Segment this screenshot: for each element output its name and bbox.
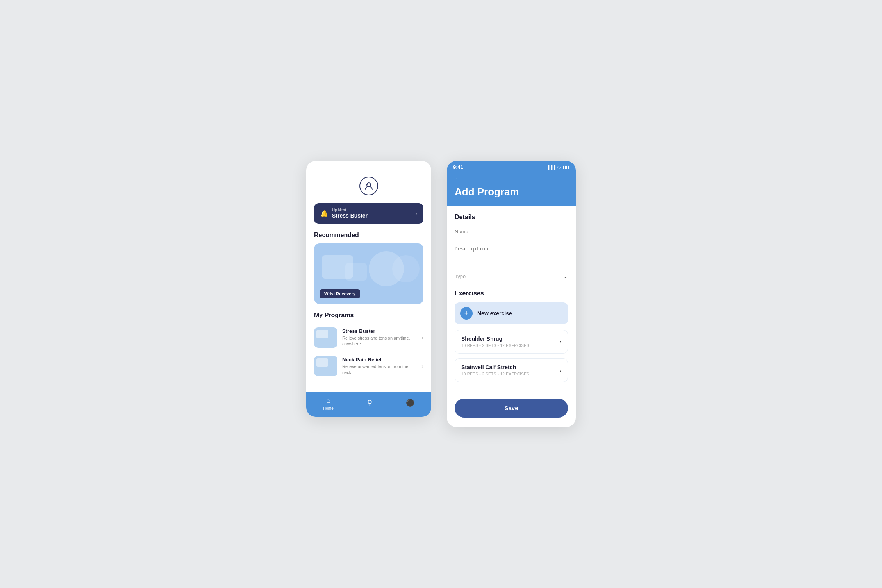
type-select-row[interactable]: Type ⌄ [455,271,568,282]
avatar [359,177,378,195]
new-exercise-button[interactable]: + New exercise [455,302,568,324]
right-phone: 9:41 ▐▐▐ ∿ ▮▮▮ ← Add Program Details Typ [447,161,576,427]
bell-icon: 🔔 [320,210,328,217]
plus-icon: + [460,307,473,320]
prog-thumb-inner-0 [316,330,328,338]
home-icon: ⌂ [326,397,330,405]
up-next-title: Stress Buster [332,213,368,219]
exercises-section-title: Exercises [455,290,568,297]
avatar-area [314,170,423,203]
program-desc-0: Relieve stress and tension anytime, anyw… [342,335,417,347]
wrist-recovery-label: Wrist Recovery [320,289,360,298]
status-icons: ▐▐▐ ∿ ▮▮▮ [546,164,570,170]
up-next-chevron-icon: › [415,210,417,217]
wifi-icon: ∿ [557,164,561,170]
program-name-1: Neck Pain Relief [342,357,417,363]
back-button[interactable]: ← [455,175,462,183]
page-title: Add Program [455,186,568,198]
name-field[interactable] [455,226,568,237]
nav-item-home[interactable]: ⌂ Home [323,397,334,411]
program-item-1[interactable]: Neck Pain Relief Relieve unwanted tensio… [314,352,423,380]
rec-card-circle2 [392,255,420,282]
description-field[interactable] [455,243,568,265]
rec-card-rect2 [345,263,367,281]
new-exercise-label: New exercise [477,310,512,316]
left-phone-content: 🔔 Up Next Stress Buster › Recommended Wr… [306,161,431,388]
search-icon: ⚲ [367,399,372,407]
recommended-card[interactable]: Wrist Recovery [314,243,423,304]
recommended-section-title: Recommended [314,232,423,239]
signal-icon: ▐▐▐ [546,165,555,170]
description-input[interactable] [455,243,568,263]
program-info-1: Neck Pain Relief Relieve unwanted tensio… [342,357,417,376]
my-programs-section: My Programs Stress Buster Relieve stress… [314,312,423,380]
exercise-meta-0: 10 REPS • 2 SETS • 12 EXERCISES [461,343,529,348]
details-section-title: Details [455,214,568,221]
screens-container: 🔔 Up Next Stress Buster › Recommended Wr… [306,161,576,427]
exercise-chevron-0: › [559,339,561,345]
exercise-card-0[interactable]: Shoulder Shrug 10 REPS • 2 SETS • 12 EXE… [455,330,568,354]
up-next-banner[interactable]: 🔔 Up Next Stress Buster › [314,203,423,224]
exercise-chevron-1: › [559,367,561,374]
program-name-0: Stress Buster [342,328,417,334]
save-button[interactable]: Save [455,399,568,418]
type-label: Type [455,273,466,279]
svg-point-1 [367,184,368,185]
program-chevron-1: › [421,363,423,369]
status-bar: 9:41 ▐▐▐ ∿ ▮▮▮ [447,161,576,172]
exercise-name-1: Stairwell Calf Stretch [461,364,529,370]
program-info-0: Stress Buster Relieve stress and tension… [342,328,417,347]
program-chevron-0: › [421,334,423,341]
profile-icon: ⚫ [406,399,414,407]
program-thumb-0 [314,327,337,348]
program-thumb-1 [314,356,337,376]
exercise-info-1: Stairwell Calf Stretch 10 REPS • 2 SETS … [461,364,529,376]
program-desc-1: Relieve unwanted tension from the neck. [342,364,417,376]
program-item-0[interactable]: Stress Buster Relieve stress and tension… [314,323,423,352]
status-time: 9:41 [453,164,463,170]
header-area: ← Add Program [447,172,576,206]
left-phone: 🔔 Up Next Stress Buster › Recommended Wr… [306,161,431,417]
up-next-text-group: Up Next Stress Buster [332,208,368,219]
form-area: Details Type ⌄ Exercises + New exercise [447,206,576,395]
battery-icon: ▮▮▮ [562,164,570,170]
svg-point-2 [370,184,370,185]
bottom-nav: ⌂ Home ⚲ ⚫ [306,392,431,417]
type-chevron-icon: ⌄ [563,273,568,279]
exercise-info-0: Shoulder Shrug 10 REPS • 2 SETS • 12 EXE… [461,336,529,348]
exercise-name-0: Shoulder Shrug [461,336,529,342]
exercises-section: Exercises + New exercise Shoulder Shrug … [455,290,568,382]
my-programs-title: My Programs [314,312,423,319]
nav-item-search[interactable]: ⚲ [367,399,372,409]
nav-item-profile[interactable]: ⚫ [406,399,414,409]
up-next-label: Up Next [332,208,368,212]
prog-thumb-inner-1 [316,358,328,367]
save-btn-area: Save [447,395,576,427]
nav-home-label: Home [323,406,334,411]
avatar-icon [364,181,374,191]
name-input[interactable] [455,226,568,237]
up-next-left: 🔔 Up Next Stress Buster [320,208,368,219]
exercise-card-1[interactable]: Stairwell Calf Stretch 10 REPS • 2 SETS … [455,358,568,382]
exercise-meta-1: 10 REPS • 2 SETS • 12 EXERCISES [461,372,529,376]
